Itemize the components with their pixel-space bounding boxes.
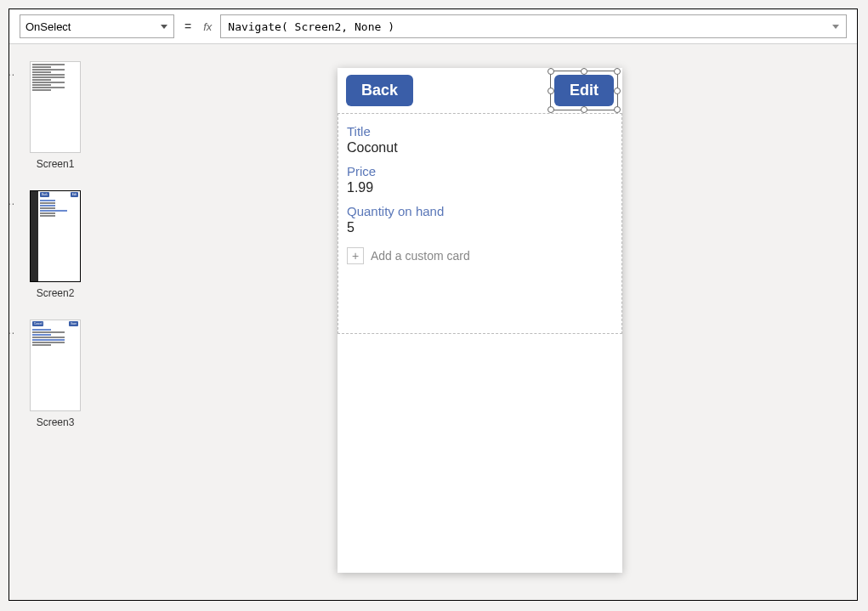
thumb-preview: BackEdit [30, 190, 81, 282]
edit-button[interactable]: Edit [554, 75, 614, 106]
phone-header: Back Edit [338, 68, 622, 113]
screen-label: Screen3 [37, 416, 75, 428]
data-card-quantity[interactable]: Quantity on hand 5 [347, 204, 613, 235]
add-custom-label: Add a custom card [371, 249, 470, 263]
back-button[interactable]: Back [346, 75, 413, 106]
resize-handle[interactable] [547, 106, 554, 113]
ellipsis-icon[interactable]: ... [9, 195, 15, 207]
resize-handle[interactable] [614, 88, 621, 94]
main-area: ... Screen1 ... BackEdit [9, 44, 857, 600]
screen-thumbnail-3[interactable]: ... CancelSave Screen3 [18, 320, 93, 428]
resize-handle[interactable] [547, 68, 554, 75]
data-card-title[interactable]: Title Coconut [347, 124, 613, 156]
resize-handle[interactable] [547, 88, 554, 94]
equals-sign: = [181, 20, 195, 33]
ellipsis-icon[interactable]: ... [9, 325, 15, 337]
screen-label: Screen1 [37, 158, 75, 170]
screen-thumbnail-2[interactable]: ... BackEdit Screen2 [18, 190, 93, 299]
edit-button-label: Edit [570, 82, 599, 99]
property-selector[interactable]: OnSelect [20, 14, 174, 38]
formula-input[interactable]: Navigate( Screen2, None ) [220, 14, 847, 38]
chevron-down-icon[interactable] [832, 25, 839, 29]
resize-handle[interactable] [614, 68, 621, 75]
thumb-preview: CancelSave [30, 320, 81, 411]
card-label: Title [347, 124, 613, 139]
card-label: Quantity on hand [347, 204, 613, 218]
screen-thumbnail-1[interactable]: ... Screen1 [18, 61, 93, 170]
phone-preview: Back Edit [338, 68, 622, 573]
resize-handle[interactable] [614, 106, 621, 113]
ellipsis-icon[interactable]: ... [9, 66, 15, 78]
screen-label: Screen2 [37, 287, 75, 299]
card-label: Price [347, 164, 613, 178]
card-value: 5 [347, 220, 613, 235]
resize-handle[interactable] [581, 68, 587, 75]
resize-handle[interactable] [581, 106, 587, 113]
add-custom-card[interactable]: + Add a custom card [347, 247, 613, 264]
app-designer-frame: OnSelect = fx Navigate( Screen2, None ) … [9, 8, 858, 601]
formula-expression: Navigate( Screen2, None ) [228, 20, 394, 33]
property-selector-wrap: OnSelect [20, 14, 174, 38]
card-value: 1.99 [347, 180, 613, 195]
fx-icon: fx [201, 20, 213, 33]
form-viewer[interactable]: Title Coconut Price 1.99 Quantity on han… [338, 113, 622, 334]
data-card-price[interactable]: Price 1.99 [347, 164, 613, 195]
thumb-preview [30, 61, 81, 153]
plus-icon: + [347, 247, 364, 264]
screens-sidebar: ... Screen1 ... BackEdit [9, 44, 103, 600]
canvas-area: Back Edit [103, 44, 857, 600]
card-value: Coconut [347, 140, 613, 156]
formula-bar: OnSelect = fx Navigate( Screen2, None ) [9, 9, 857, 44]
